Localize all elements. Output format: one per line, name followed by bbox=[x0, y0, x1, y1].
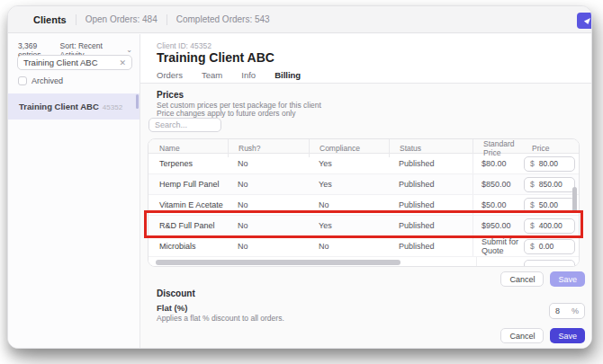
price-value: 50.00 bbox=[539, 200, 558, 209]
prices-actions: Cancel Save bbox=[500, 271, 585, 287]
price-input[interactable]: $0.00 bbox=[524, 239, 575, 254]
price-table-row: Hemp Full PanelNoYesPublished$850.00$850… bbox=[148, 174, 579, 195]
price-value: 850.00 bbox=[539, 180, 562, 189]
horizontal-scrollbar[interactable] bbox=[148, 257, 476, 267]
cell-standard-price: $50.00 bbox=[472, 195, 522, 215]
price-value: 80.00 bbox=[539, 159, 558, 168]
flat-discount-input[interactable]: 8 % bbox=[549, 303, 585, 319]
price-input[interactable]: $50.00 bbox=[524, 198, 575, 213]
cell-name: Microbials bbox=[148, 236, 228, 256]
price-table-row: TerpenesNoYesPublished$80.00$80.00 bbox=[148, 154, 579, 174]
prices-cancel-button[interactable]: Cancel bbox=[500, 271, 544, 287]
client-detail-panel: Client ID: 45352 Training Client ABC Ord… bbox=[140, 34, 591, 348]
completed-orders-stat[interactable]: Completed Orders: 543 bbox=[176, 14, 270, 24]
price-table-row: MicrobialsNoNoPublishedSubmit for Quote$… bbox=[148, 236, 579, 257]
cell-compliance: Yes bbox=[309, 216, 389, 235]
cell-price: $850.00 bbox=[522, 174, 579, 194]
client-search-input[interactable]: Training Client ABC ✕ bbox=[17, 55, 132, 70]
price-input[interactable]: $80.00 bbox=[524, 156, 575, 172]
send-icon bbox=[583, 17, 591, 25]
client-id: Client ID: 45352 bbox=[157, 41, 212, 50]
archived-checkbox[interactable] bbox=[18, 76, 27, 85]
tab-team[interactable]: Team bbox=[202, 70, 222, 83]
top-bar: Clients Open Orders: 484 Completed Order… bbox=[8, 6, 591, 33]
cell-status: Published bbox=[389, 195, 472, 215]
prices-search-input[interactable]: Search... bbox=[148, 118, 221, 132]
currency-prefix: $ bbox=[530, 180, 535, 189]
chevron-down-icon: ⌄ bbox=[126, 48, 132, 53]
cell-compliance: No bbox=[309, 195, 389, 215]
percent-suffix: % bbox=[572, 306, 579, 315]
archived-label: Archived bbox=[32, 76, 63, 85]
cell-name: R&D Full Panel bbox=[148, 216, 228, 235]
tab-info[interactable]: Info bbox=[241, 70, 256, 83]
price-table-row: Vitamin E AcetateNoNoPublished$50.00$50.… bbox=[148, 195, 579, 216]
price-input[interactable]: $850.00 bbox=[524, 177, 575, 192]
cell-rush: No bbox=[228, 236, 309, 256]
flat-discount-value: 8 bbox=[555, 306, 560, 315]
client-tabs: OrdersTeamInfoBilling bbox=[157, 70, 301, 83]
cell-price: $80.00 bbox=[522, 154, 579, 173]
cell-name: Terpenes bbox=[148, 154, 228, 173]
discount-cancel-button[interactable]: Cancel bbox=[500, 328, 544, 343]
prices-description-2: Price changes apply to future orders onl… bbox=[157, 109, 296, 118]
client-item-name: Training Client ABC bbox=[19, 102, 99, 111]
price-input[interactable]: $400.00 bbox=[524, 218, 575, 234]
tab-billing[interactable]: Billing bbox=[274, 70, 301, 83]
client-name: Training Client ABC bbox=[157, 50, 274, 65]
prices-table: Name Rush? Compliance Status Standard Pr… bbox=[148, 138, 580, 267]
cell-rush: No bbox=[228, 174, 309, 194]
table-vertical-scrollbar[interactable] bbox=[572, 187, 577, 212]
billing-tab-content: Prices Set custom prices per test packag… bbox=[140, 84, 591, 348]
table-footer bbox=[148, 257, 579, 267]
cell-status: Published bbox=[389, 174, 472, 194]
cell-rush: No bbox=[228, 195, 309, 215]
cell-standard-price: $950.00 bbox=[472, 216, 522, 235]
prices-search-placeholder: Search... bbox=[155, 120, 187, 129]
cell-price: $400.00 bbox=[522, 216, 579, 235]
flat-discount-label: Flat (%) bbox=[157, 303, 187, 313]
discount-actions: Cancel Save bbox=[500, 328, 585, 343]
discount-save-button[interactable]: Save bbox=[550, 328, 585, 343]
clear-search-icon[interactable]: ✕ bbox=[119, 58, 126, 67]
cell-name: Vitamin E Acetate bbox=[148, 195, 228, 215]
quick-action-button[interactable] bbox=[577, 13, 592, 29]
currency-prefix: $ bbox=[530, 200, 535, 209]
flat-discount-description: Applies a flat % discount to all orders. bbox=[157, 314, 284, 323]
currency-prefix: $ bbox=[530, 159, 535, 168]
cell-name: Hemp Full Panel bbox=[148, 174, 228, 194]
cell-price: $50.00 bbox=[522, 195, 579, 215]
discount-section-title: Discount bbox=[157, 289, 195, 298]
app-window: Clients Open Orders: 484 Completed Order… bbox=[7, 5, 592, 349]
client-list: Training Client ABC 45352 bbox=[8, 93, 140, 120]
divider bbox=[166, 14, 167, 25]
cell-status: Published bbox=[389, 216, 472, 235]
price-table-row: R&D Full PanelNoYesPublished$950.00$400.… bbox=[148, 216, 579, 236]
prices-table-header: Name Rush? Compliance Status Standard Pr… bbox=[148, 139, 579, 154]
divider bbox=[76, 14, 76, 25]
cell-status: Published bbox=[389, 236, 472, 256]
price-input-partial[interactable] bbox=[524, 260, 575, 267]
cell-compliance: Yes bbox=[309, 154, 389, 173]
cell-compliance: No bbox=[309, 236, 389, 256]
prices-save-button[interactable]: Save bbox=[550, 271, 585, 287]
table-footer-right bbox=[476, 257, 579, 267]
cell-status: Published bbox=[389, 154, 472, 173]
prices-section-title: Prices bbox=[157, 90, 184, 100]
client-item-id: 45352 bbox=[103, 103, 122, 111]
open-orders-stat[interactable]: Open Orders: 484 bbox=[86, 14, 158, 24]
prices-table-body: TerpenesNoYesPublished$80.00$80.00Hemp F… bbox=[148, 154, 579, 257]
cell-price: $0.00 bbox=[522, 236, 579, 256]
price-value: 400.00 bbox=[539, 221, 562, 230]
currency-prefix: $ bbox=[530, 242, 535, 251]
cell-compliance: Yes bbox=[309, 174, 389, 194]
search-value: Training Client ABC bbox=[23, 58, 98, 67]
sidebar-scrollbar[interactable] bbox=[136, 94, 139, 109]
cell-standard-price: $80.00 bbox=[472, 154, 522, 173]
cell-standard-price: $850.00 bbox=[472, 174, 522, 194]
tab-orders[interactable]: Orders bbox=[157, 70, 183, 83]
cell-rush: No bbox=[228, 154, 309, 173]
horizontal-scrollbar-thumb[interactable] bbox=[156, 260, 400, 265]
client-list-item[interactable]: Training Client ABC 45352 bbox=[8, 93, 140, 120]
clients-nav-title[interactable]: Clients bbox=[33, 14, 67, 25]
